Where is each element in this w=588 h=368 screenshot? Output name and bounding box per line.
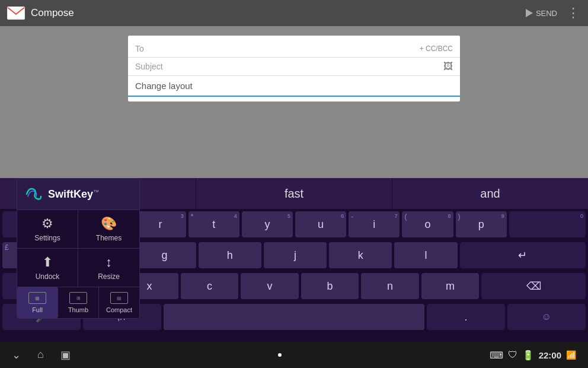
gmail-icon (7, 7, 25, 20)
swiftkey-tm: ™ (93, 188, 99, 195)
key-emoji[interactable]: ☺ (507, 304, 586, 330)
cc-bcc-button[interactable]: + CC/BCC (420, 45, 453, 53)
bottom-nav: ⌄ ⌂ ▣ (12, 348, 71, 361)
subject-label: Subject (135, 62, 165, 71)
nav-back-icon[interactable]: ⌄ (12, 348, 21, 361)
layout-thumb-button[interactable]: ⊞ Thumb (58, 287, 99, 318)
suggestion-and[interactable]: and (392, 178, 588, 209)
bottom-status: ⌨ 🛡 🔋 22:00 📶 (490, 350, 576, 361)
layout-compact-icon: ▤ (110, 292, 128, 304)
settings-button[interactable]: ⚙ Settings (17, 210, 78, 249)
top-bar: Compose SEND ⋮ (0, 0, 588, 26)
to-input[interactable] (170, 44, 420, 53)
layout-full-label: Full (32, 306, 43, 313)
key-j[interactable]: j (264, 242, 327, 268)
subject-field: Subject 🖼 (128, 58, 460, 76)
swiftkey-logo-icon (24, 185, 43, 204)
themes-label: Themes (96, 234, 122, 242)
swiftkey-logo-text: SwiftKey (48, 188, 93, 200)
to-field: To + CC/BCC (128, 40, 460, 58)
swiftkey-logo: SwiftKey™ (17, 179, 139, 210)
bottom-bar: ⌄ ⌂ ▣ ⌨ 🛡 🔋 22:00 📶 (0, 342, 588, 368)
key-u[interactable]: 6 u (295, 211, 346, 237)
key-0[interactable]: 0 (509, 211, 586, 237)
shield-icon: 🛡 (508, 350, 517, 360)
keyboard-icon: ⌨ (490, 350, 503, 361)
layout-selector: ▦ Full ⊞ Thumb ▤ Compact (17, 287, 139, 318)
key-space[interactable] (164, 304, 424, 330)
key-r[interactable]: 3 r (135, 211, 186, 237)
nav-home-icon[interactable]: ⌂ (37, 348, 44, 361)
key-n[interactable]: n (361, 273, 419, 299)
key-t[interactable]: 4 * t (188, 211, 239, 237)
undock-button[interactable]: ⬆ Undock (17, 249, 78, 287)
swiftkey-popup: SwiftKey™ ⚙ Settings 🎨 Themes ⬆ Undock ↕… (17, 178, 140, 319)
body-field[interactable]: Change layout (128, 76, 460, 97)
attach-icon[interactable]: 🖼 (443, 61, 453, 72)
settings-label: Settings (34, 234, 60, 242)
keyboard-section: of fast and 1 ! 2 & e 3 r (0, 178, 588, 368)
key-b[interactable]: b (301, 273, 359, 299)
key-v[interactable]: v (241, 273, 299, 299)
compose-area: To + CC/BCC Subject 🖼 Change layout (0, 26, 588, 178)
key-h[interactable]: h (199, 242, 261, 268)
layout-compact-button[interactable]: ▤ Compact (99, 287, 139, 318)
layout-thumb-icon: ⊞ (69, 292, 87, 304)
key-l[interactable]: l (394, 242, 457, 268)
to-label: To (135, 44, 165, 53)
layout-thumb-label: Thumb (68, 306, 88, 313)
key-c[interactable]: c (181, 273, 239, 299)
key-backspace[interactable]: ⌫ (481, 273, 586, 299)
compose-title: Compose (31, 7, 526, 19)
subject-input[interactable] (170, 62, 439, 71)
key-p[interactable]: 9 ) p (456, 211, 507, 237)
themes-button[interactable]: 🎨 Themes (78, 210, 139, 249)
key-g[interactable]: g (133, 242, 196, 268)
send-icon (526, 9, 533, 17)
resize-label: Resize (98, 272, 120, 281)
key-period[interactable]: . (427, 304, 505, 330)
nav-recents-icon[interactable]: ▣ (60, 348, 71, 361)
send-button[interactable]: SEND (526, 9, 557, 18)
battery-icon: 🔋 (522, 350, 534, 361)
layout-full-button[interactable]: ▦ Full (17, 287, 58, 318)
key-k[interactable]: k (329, 242, 392, 268)
dot-indicator (278, 353, 282, 357)
wifi-icon: 📶 (566, 350, 576, 360)
key-y[interactable]: 5 y (242, 211, 293, 237)
undock-label: Undock (36, 272, 60, 281)
key-enter[interactable]: ↵ (460, 242, 586, 268)
popup-grid: ⚙ Settings 🎨 Themes ⬆ Undock ↕ Resize (17, 210, 139, 287)
time-display: 22:00 (539, 350, 561, 360)
suggestion-fast[interactable]: fast (196, 178, 392, 209)
key-i[interactable]: 7 - i (349, 211, 400, 237)
email-card: To + CC/BCC Subject 🖼 Change layout (128, 36, 460, 101)
key-o[interactable]: 8 ( o (402, 211, 453, 237)
resize-button[interactable]: ↕ Resize (78, 249, 139, 287)
key-m[interactable]: m (421, 273, 480, 299)
body-text: Change layout (135, 81, 193, 91)
layout-full-icon: ▦ (28, 292, 46, 304)
send-label: SEND (536, 9, 557, 18)
more-options-button[interactable]: ⋮ (567, 5, 581, 21)
layout-compact-label: Compact (106, 306, 132, 313)
